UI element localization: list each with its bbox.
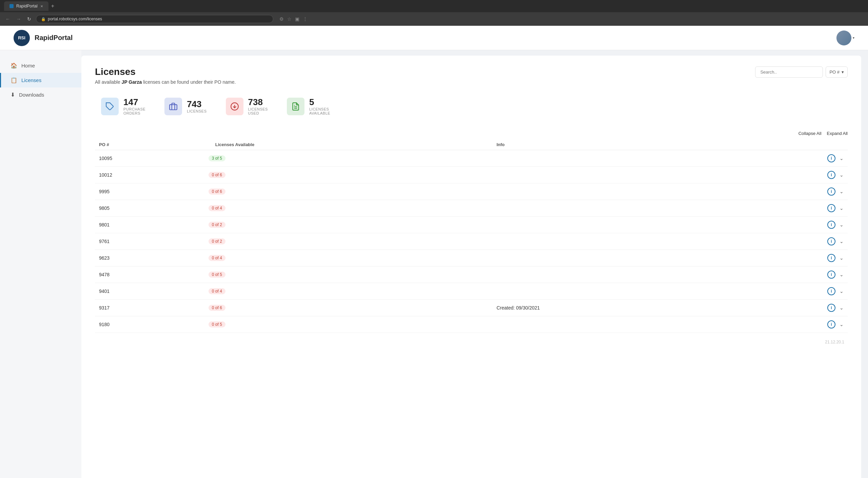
licenses-badge: 0 of 4 — [209, 205, 225, 211]
table-row: 9801 0 of 2 i ⌄ — [95, 217, 848, 233]
licenses-cell: 0 of 4 — [195, 250, 493, 266]
licenses-badge: 0 of 6 — [209, 305, 225, 311]
stat-card-licenses-used: 738 LICENSESUSED — [220, 93, 274, 120]
expand-row-button-9761[interactable]: ⌄ — [840, 239, 844, 244]
table-row: 9478 0 of 5 i ⌄ — [95, 266, 848, 283]
user-dropdown[interactable]: ▾ — [836, 31, 854, 45]
extensions-icon[interactable]: ⚙ — [279, 16, 284, 22]
info-button-9317[interactable]: i — [827, 304, 835, 312]
expand-row-button-9180[interactable]: ⌄ — [840, 322, 844, 327]
licenses-cell: 0 of 5 — [195, 316, 493, 333]
row-actions: i ⌄ — [737, 254, 844, 262]
table-row: 9761 0 of 2 i ⌄ — [95, 233, 848, 250]
stat-values-licenses-available: 5 LICENSESAVAILABLE — [309, 98, 330, 115]
po-number-cell: 9805 — [95, 200, 195, 217]
info-cell — [492, 250, 733, 266]
app-body: 🏠 Home 📋 Licenses ⬇ Downloads Licenses A… — [0, 50, 868, 478]
info-button-9623[interactable]: i — [827, 254, 835, 262]
reload-button[interactable]: ↻ — [26, 15, 33, 23]
browser-tab[interactable]: RapidPortal ✕ — [4, 1, 48, 11]
expand-row-button-10012[interactable]: ⌄ — [840, 172, 844, 178]
nav-actions: ⚙ ☆ ▣ ⋮ — [279, 16, 308, 22]
row-actions: i ⌄ — [737, 187, 844, 196]
info-cell — [492, 150, 733, 167]
stat-card-purchase-orders: 147 PURCHASEORDERS — [95, 93, 152, 120]
stat-card-licenses-available: 5 LICENSESAVAILABLE — [281, 93, 336, 120]
row-actions-cell: i ⌄ — [733, 300, 848, 316]
info-button-9805[interactable]: i — [827, 204, 835, 212]
tab-title: RapidPortal — [16, 4, 38, 8]
row-actions: i ⌄ — [737, 204, 844, 212]
po-number-cell: 9180 — [95, 316, 195, 333]
bookmark-icon[interactable]: ☆ — [287, 16, 292, 22]
info-button-9180[interactable]: i — [827, 320, 835, 328]
lock-icon: 🔒 — [41, 17, 46, 21]
sidebar-item-downloads[interactable]: ⬇ Downloads — [0, 87, 81, 102]
address-bar[interactable]: 🔒 portal.roboticsys.com/licenses — [36, 15, 273, 23]
avatar-image — [836, 31, 851, 45]
sort-select[interactable]: PO # ▾ — [826, 66, 848, 78]
table-row: 9623 0 of 4 i ⌄ — [95, 250, 848, 266]
table-row: 9805 0 of 4 i ⌄ — [95, 200, 848, 217]
info-cell — [492, 200, 733, 217]
windows-icon[interactable]: ▣ — [295, 16, 299, 22]
row-actions-cell: i ⌄ — [733, 283, 848, 300]
app-title: RapidPortal — [35, 34, 73, 42]
expand-row-button-9623[interactable]: ⌄ — [840, 255, 844, 261]
browser-nav: ← → ↻ 🔒 portal.roboticsys.com/licenses ⚙… — [0, 12, 868, 26]
info-button-9761[interactable]: i — [827, 237, 835, 245]
row-actions: i ⌄ — [737, 171, 844, 179]
row-actions-cell: i ⌄ — [733, 217, 848, 233]
expand-row-button-9317[interactable]: ⌄ — [840, 305, 844, 311]
version-text: 21.12.20.1 — [825, 340, 844, 344]
row-actions: i ⌄ — [737, 154, 844, 162]
licenses-badge: 0 of 2 — [209, 222, 225, 228]
expand-all-button[interactable]: Expand All — [827, 131, 848, 136]
info-button-9801[interactable]: i — [827, 221, 835, 229]
forward-button[interactable]: → — [15, 15, 22, 23]
stat-number-licenses: 743 — [187, 100, 206, 108]
page-subtitle: All available JP Garza licenses can be f… — [95, 79, 236, 85]
collapse-all-button[interactable]: Collapse All — [798, 131, 822, 136]
sidebar-label-home: Home — [21, 63, 35, 68]
col-header-po: PO # — [95, 139, 195, 150]
info-cell — [492, 266, 733, 283]
info-cell — [492, 167, 733, 183]
stats-row: 147 PURCHASEORDERS 743 LICENSES 738 — [95, 93, 848, 120]
info-button-9401[interactable]: i — [827, 287, 835, 295]
version-footer: 21.12.20.1 — [95, 340, 848, 344]
stat-values-licenses-used: 738 LICENSESUSED — [248, 98, 268, 115]
new-tab-button[interactable]: + — [51, 3, 54, 9]
po-number-cell: 10012 — [95, 167, 195, 183]
sidebar-item-home[interactable]: 🏠 Home — [0, 58, 81, 73]
row-actions: i ⌄ — [737, 271, 844, 279]
back-button[interactable]: ← — [4, 15, 12, 23]
licenses-cell: 0 of 2 — [195, 217, 493, 233]
info-button-9478[interactable]: i — [827, 271, 835, 279]
info-cell — [492, 283, 733, 300]
sidebar-item-licenses[interactable]: 📋 Licenses — [0, 73, 81, 87]
info-button-10095[interactable]: i — [827, 154, 835, 162]
menu-icon[interactable]: ⋮ — [303, 16, 308, 22]
sidebar-label-downloads: Downloads — [19, 92, 44, 98]
expand-row-button-9478[interactable]: ⌄ — [840, 272, 844, 277]
stat-number-purchase-orders: 147 — [123, 98, 145, 106]
tab-close-button[interactable]: ✕ — [40, 4, 43, 8]
info-cell — [492, 217, 733, 233]
search-input[interactable] — [755, 66, 823, 78]
po-number-cell: 9801 — [95, 217, 195, 233]
info-button-9995[interactable]: i — [827, 187, 835, 196]
expand-row-button-9801[interactable]: ⌄ — [840, 222, 844, 227]
page-header: Licenses All available JP Garza licenses… — [95, 66, 848, 85]
expand-row-button-10095[interactable]: ⌄ — [840, 156, 844, 161]
expand-row-button-9995[interactable]: ⌄ — [840, 189, 844, 194]
info-button-10012[interactable]: i — [827, 171, 835, 179]
svg-rect-1 — [170, 105, 177, 110]
licenses-badge: 0 of 5 — [209, 321, 225, 327]
row-actions-cell: i ⌄ — [733, 167, 848, 183]
expand-row-button-9401[interactable]: ⌄ — [840, 288, 844, 294]
expand-row-button-9805[interactable]: ⌄ — [840, 205, 844, 211]
avatar[interactable] — [836, 31, 851, 45]
licenses-badge: 0 of 5 — [209, 272, 225, 278]
po-number-cell: 9478 — [95, 266, 195, 283]
